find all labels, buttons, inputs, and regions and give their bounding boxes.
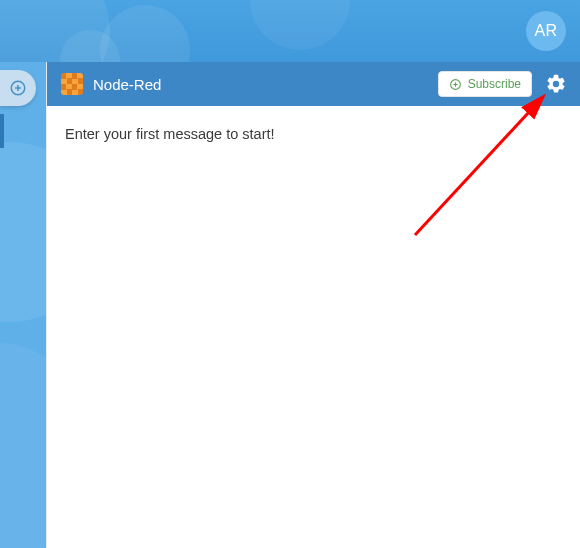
empty-state-message: Enter your first message to start! [65,126,562,142]
channel-icon [61,73,83,95]
left-sidebar [0,62,46,548]
add-channel-button[interactable] [0,70,36,106]
settings-button[interactable] [542,70,570,98]
channel-title: Node-Red [93,76,161,93]
decor-bubble [250,0,350,50]
channel-body: Enter your first message to start! [47,106,580,162]
gear-icon [545,73,567,95]
decor-bubble [60,30,120,62]
plus-circle-icon [449,78,462,91]
top-bar: AR [0,0,580,62]
plus-circle-icon [9,79,27,97]
channel-panel: Node-Red Subscribe Enter your first mess… [46,62,580,548]
subscribe-label: Subscribe [468,77,521,91]
avatar-initials: AR [534,22,557,40]
decor-bubble [0,342,46,548]
channel-header: Node-Red Subscribe [47,62,580,106]
subscribe-button[interactable]: Subscribe [438,71,532,97]
avatar[interactable]: AR [526,11,566,51]
active-indicator [0,114,4,148]
